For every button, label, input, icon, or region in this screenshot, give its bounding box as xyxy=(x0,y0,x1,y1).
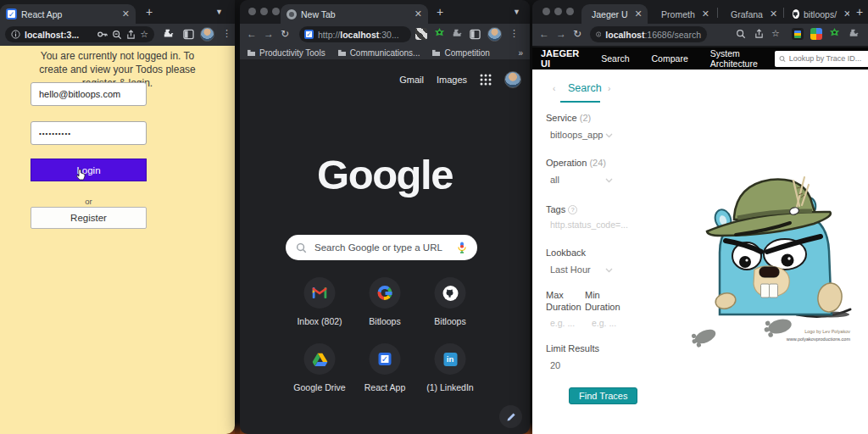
share-icon[interactable] xyxy=(126,30,136,40)
menu-kebab-icon[interactable]: ⋮ xyxy=(222,28,231,39)
shortcut-inbox[interactable]: Inbox (802) xyxy=(287,277,353,326)
trace-lookup-input[interactable] xyxy=(789,54,865,63)
window-minimize-button[interactable] xyxy=(554,8,562,15)
operation-select[interactable]: all xyxy=(550,175,559,185)
shortcut-linkedin[interactable]: in (1) LinkedIn xyxy=(418,343,483,392)
nav-compare[interactable]: Compare xyxy=(652,53,688,64)
service-select[interactable]: bitloops_app xyxy=(550,130,603,140)
extensions-puzzle-icon[interactable] xyxy=(453,29,463,39)
zoom-icon[interactable] xyxy=(112,30,122,40)
operation-label: Operation (24) xyxy=(546,158,606,168)
tab-search-chevron-icon[interactable]: ▼ xyxy=(215,8,223,16)
limit-results-input[interactable]: 20 xyxy=(550,360,560,370)
window-close-button[interactable] xyxy=(248,8,256,15)
images-link[interactable]: Images xyxy=(437,75,467,85)
new-tab-button[interactable]: + xyxy=(146,5,153,19)
back-icon[interactable]: ← xyxy=(539,28,549,40)
new-tab-button[interactable]: + xyxy=(856,5,863,19)
profile-avatar[interactable] xyxy=(504,71,521,88)
adblock-star-extension-icon[interactable] xyxy=(434,28,445,39)
nav-search[interactable]: Search xyxy=(601,53,629,64)
tab-jaeger[interactable]: Jaeger U ✕ xyxy=(581,4,648,24)
find-traces-button[interactable]: Find Traces xyxy=(569,387,637,404)
info-icon[interactable] xyxy=(11,30,20,39)
tab-search-jaeger[interactable]: Search xyxy=(568,82,602,94)
screenshot-extension-icon[interactable] xyxy=(415,28,427,40)
max-duration-input[interactable] xyxy=(550,318,579,328)
side-panel-icon[interactable] xyxy=(183,29,194,40)
back-icon[interactable]: ← xyxy=(247,28,257,40)
docs-extension-icon[interactable] xyxy=(792,28,804,40)
customize-shortcuts-button[interactable] xyxy=(499,405,522,428)
login-button[interactable]: Login xyxy=(31,159,147,181)
menu-kebab-icon[interactable]: ⋮ xyxy=(509,28,519,39)
jaeger-brand[interactable]: JAEGER UI xyxy=(541,48,579,69)
extensions-puzzle-icon[interactable] xyxy=(849,29,860,39)
bookmark-folder-productivity[interactable]: Productivity Tools xyxy=(247,48,326,58)
google-colors-extension-icon[interactable] xyxy=(810,28,822,40)
bookmark-folder-competition[interactable]: Competition xyxy=(431,48,489,58)
profile-avatar[interactable] xyxy=(487,27,502,42)
tab-search-chevron-icon[interactable]: ▼ xyxy=(513,8,520,16)
tab-react-app[interactable]: ✓ React App ✕ xyxy=(0,4,136,24)
help-icon[interactable]: ? xyxy=(568,205,577,214)
bookmark-star-icon[interactable]: ☆ xyxy=(771,28,780,39)
forward-icon[interactable]: → xyxy=(556,28,566,40)
url-text: localhost:3... xyxy=(25,30,92,40)
chevron-down-icon[interactable] xyxy=(605,178,613,183)
zoom-icon[interactable] xyxy=(736,29,746,39)
register-button[interactable]: Register xyxy=(31,207,147,229)
bookmarks-overflow-chevron[interactable]: » xyxy=(518,48,523,58)
tab-prometheus[interactable]: Prometh ✕ xyxy=(651,4,715,24)
nav-system-architecture[interactable]: System Architecture xyxy=(710,48,758,69)
shortcut-bitloops-github[interactable]: Bitloops xyxy=(418,277,483,326)
chevron-down-icon[interactable] xyxy=(605,133,613,138)
adblock-star-extension-icon[interactable] xyxy=(829,28,840,39)
address-bar[interactable]: localhost:3... ☆ xyxy=(5,26,154,42)
close-tab-icon[interactable]: ✕ xyxy=(635,8,643,19)
tab-new-tab[interactable]: New Tab ✕ xyxy=(281,4,428,24)
shortcut-google-drive[interactable]: Google Drive xyxy=(287,343,353,392)
share-icon[interactable] xyxy=(754,29,764,39)
close-tab-icon[interactable]: ✕ xyxy=(122,8,130,19)
lookback-select[interactable]: Last Hour xyxy=(550,264,591,275)
side-panel-icon[interactable] xyxy=(470,29,481,40)
reload-icon[interactable]: ↻ xyxy=(573,28,581,40)
shortcut-react-app[interactable]: ✓ React App xyxy=(353,343,418,392)
new-tab-button[interactable]: + xyxy=(437,5,443,19)
window-zoom-button[interactable] xyxy=(272,8,280,15)
address-bar[interactable]: localhost:16686/search xyxy=(590,26,707,42)
apps-grid-icon[interactable] xyxy=(480,74,492,86)
close-tab-icon[interactable]: ✕ xyxy=(770,8,777,19)
search-box[interactable]: Search Google or type a URL xyxy=(286,235,477,260)
min-duration-input[interactable] xyxy=(592,318,620,328)
voice-search-mic-icon[interactable] xyxy=(457,242,467,253)
bookmark-star-icon[interactable]: ☆ xyxy=(140,29,148,40)
trace-lookup-box[interactable] xyxy=(775,51,868,67)
chevron-left-icon[interactable]: ‹ xyxy=(553,84,555,93)
info-icon[interactable] xyxy=(596,30,601,39)
address-bar[interactable]: ✓ http://localhost:30... xyxy=(299,26,411,42)
shortcut-bitloops-google[interactable]: Bitloops xyxy=(353,277,418,326)
close-tab-icon[interactable]: ✕ xyxy=(702,8,709,19)
email-field[interactable] xyxy=(31,82,147,106)
close-tab-icon[interactable]: ✕ xyxy=(415,8,422,19)
forward-icon[interactable]: → xyxy=(264,28,274,40)
extensions-puzzle-icon[interactable] xyxy=(164,29,175,40)
gmail-link[interactable]: Gmail xyxy=(399,75,424,85)
password-field[interactable] xyxy=(31,121,147,145)
window-minimize-button[interactable] xyxy=(260,8,268,15)
chevron-down-icon[interactable] xyxy=(605,268,613,273)
tab-strip: ✓ React App ✕ + ▼ xyxy=(0,0,235,24)
chevron-right-icon[interactable]: › xyxy=(608,84,610,93)
tab-grafana[interactable]: Grafana ✕ xyxy=(721,4,782,24)
window-close-button[interactable] xyxy=(542,8,550,15)
saved-password-key-icon[interactable] xyxy=(97,29,108,40)
tags-input[interactable] xyxy=(550,220,635,230)
bookmark-folder-communications[interactable]: Communications... xyxy=(337,48,420,58)
tab-bitloops-github[interactable]: bitloops/ ✕ xyxy=(787,4,849,24)
window-zoom-button[interactable] xyxy=(566,8,574,15)
reload-icon[interactable]: ↻ xyxy=(281,28,289,40)
profile-avatar[interactable] xyxy=(200,27,214,42)
close-tab-icon[interactable]: ✕ xyxy=(843,8,849,19)
